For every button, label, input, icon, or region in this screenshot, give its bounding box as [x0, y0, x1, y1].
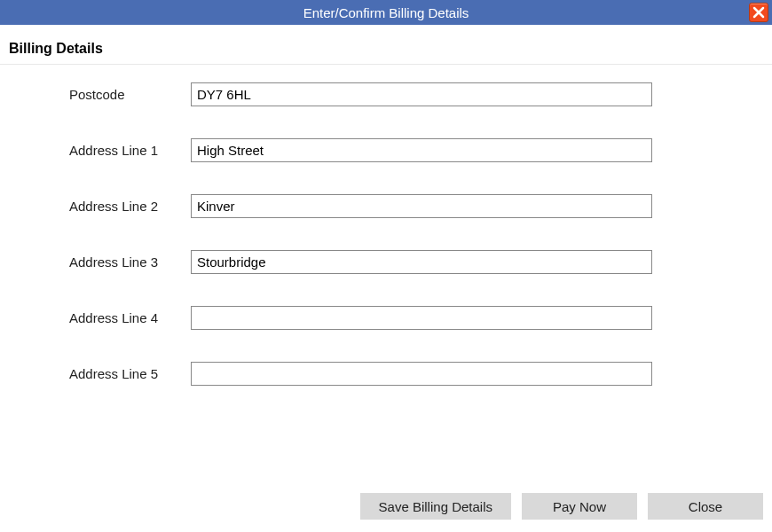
address-line-4-label: Address Line 4	[9, 310, 191, 325]
close-icon[interactable]	[749, 3, 768, 22]
x-icon	[752, 6, 765, 19]
button-bar: Save Billing Details Pay Now Close	[0, 484, 772, 532]
save-billing-details-button[interactable]: Save Billing Details	[360, 493, 511, 520]
titlebar: Enter/Confirm Billing Details	[0, 0, 772, 25]
billing-form: Postcode Address Line 1 Address Line 2 A…	[0, 65, 772, 418]
address-line-2-label: Address Line 2	[9, 199, 191, 214]
address-line-1-label: Address Line 1	[9, 143, 191, 158]
postcode-label: Postcode	[9, 87, 191, 102]
close-button[interactable]: Close	[648, 493, 763, 520]
address-line-2-row: Address Line 2	[9, 194, 763, 218]
address-line-3-row: Address Line 3	[9, 250, 763, 274]
address-line-5-row: Address Line 5	[9, 362, 763, 386]
address-line-4-input[interactable]	[191, 306, 652, 330]
pay-now-button[interactable]: Pay Now	[522, 493, 637, 520]
billing-details-dialog: Enter/Confirm Billing Details Billing De…	[0, 0, 772, 532]
address-line-4-row: Address Line 4	[9, 306, 763, 330]
address-line-1-input[interactable]	[191, 138, 652, 162]
postcode-input[interactable]	[191, 82, 652, 106]
address-line-5-label: Address Line 5	[9, 366, 191, 381]
address-line-3-input[interactable]	[191, 250, 652, 274]
content-area: Billing Details Postcode Address Line 1 …	[0, 25, 772, 532]
address-line-2-input[interactable]	[191, 194, 652, 218]
section-heading: Billing Details	[0, 41, 772, 65]
address-line-5-input[interactable]	[191, 362, 652, 386]
address-line-3-label: Address Line 3	[9, 254, 191, 270]
window-title: Enter/Confirm Billing Details	[303, 5, 469, 20]
address-line-1-row: Address Line 1	[9, 138, 763, 162]
postcode-row: Postcode	[9, 82, 763, 106]
